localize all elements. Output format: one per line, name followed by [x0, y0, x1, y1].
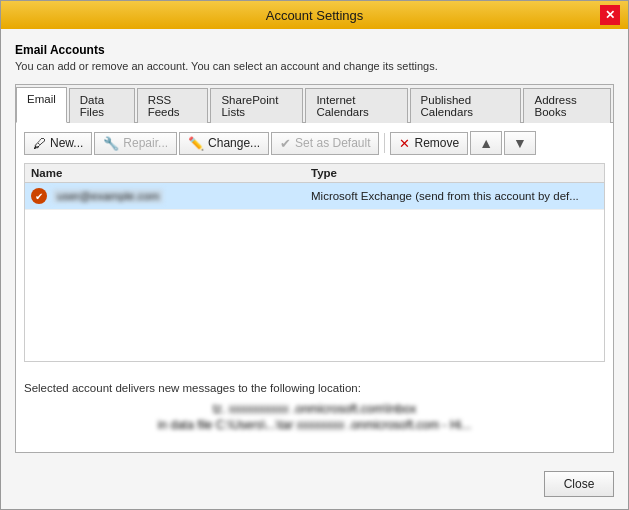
move-up-button[interactable]: ▲ [470, 131, 502, 155]
toolbar-separator [384, 133, 385, 153]
dialog-buttons-row: Close [1, 463, 628, 509]
account-settings-window: Account Settings ✕ Email Accounts You ca… [0, 0, 629, 510]
new-button[interactable]: 🖊 New... [24, 132, 92, 155]
change-button[interactable]: ✏️ Change... [179, 132, 269, 155]
info-description: You can add or remove an account. You ca… [15, 60, 614, 72]
tab-email[interactable]: Email [16, 87, 67, 123]
remove-label: Remove [414, 136, 459, 150]
table-header: Name Type [25, 164, 604, 183]
new-label: New... [50, 136, 83, 150]
set-default-button[interactable]: ✔ Set as Default [271, 132, 379, 155]
move-down-button[interactable]: ▼ [504, 131, 536, 155]
footer-location-prefix2: in data file C:\Users\...\tar [158, 418, 293, 432]
repair-icon: 🔧 [103, 136, 119, 151]
table-row[interactable]: ✔ user@example.com Microsoft Exchange (s… [25, 183, 604, 210]
repair-label: Repair... [123, 136, 168, 150]
footer-location-line1: tz. xxxxxxxxxx .onmicrosoft.com\Inbox [24, 402, 605, 416]
footer-location-line2: in data file C:\Users\...\tar xxxxxxxx .… [24, 418, 605, 432]
arrow-down-icon: ▼ [513, 135, 527, 151]
footer-location: tz. xxxxxxxxxx .onmicrosoft.com\Inbox in… [24, 402, 605, 432]
repair-button[interactable]: 🔧 Repair... [94, 132, 177, 155]
new-icon: 🖊 [33, 136, 46, 151]
tab-address-books[interactable]: Address Books [523, 88, 611, 123]
col-header-type: Type [311, 167, 598, 179]
footer-location-blurred2: xxxxxxxx [297, 418, 345, 432]
footer-selected-text: Selected account delivers new messages t… [24, 382, 605, 394]
info-title: Email Accounts [15, 43, 614, 57]
account-name-cell: ✔ user@example.com [31, 188, 311, 204]
tab-published-calendars[interactable]: Published Calendars [410, 88, 522, 123]
set-default-label: Set as Default [295, 136, 370, 150]
tab-sharepoint-lists[interactable]: SharePoint Lists [210, 88, 303, 123]
col-header-name: Name [31, 167, 311, 179]
tab-data-files[interactable]: Data Files [69, 88, 135, 123]
remove-button[interactable]: ✕ Remove [390, 132, 468, 155]
change-icon: ✏️ [188, 136, 204, 151]
tab-bar: Email Data Files RSS Feeds SharePoint Li… [16, 85, 613, 123]
footer-location-suffix1: .onmicrosoft.com\Inbox [292, 402, 416, 416]
footer-section: Selected account delivers new messages t… [24, 372, 605, 444]
info-section: Email Accounts You can add or remove an … [15, 43, 614, 72]
window-title: Account Settings [29, 8, 600, 23]
title-bar: Account Settings ✕ [1, 1, 628, 29]
account-type: Microsoft Exchange (send from this accou… [311, 190, 598, 202]
tab-rss-feeds[interactable]: RSS Feeds [137, 88, 209, 123]
accounts-table: Name Type ✔ user@example.com Microsoft E… [24, 163, 605, 362]
tab-content-email: 🖊 New... 🔧 Repair... ✏️ Change... ✔ Set … [16, 123, 613, 452]
tab-internet-calendars[interactable]: Internet Calendars [305, 88, 407, 123]
tabs-container: Email Data Files RSS Feeds SharePoint Li… [15, 84, 614, 453]
footer-location-suffix2: .onmicrosoft.com - Hi... [348, 418, 471, 432]
footer-location-blurred1: xxxxxxxxxx [229, 402, 289, 416]
window-close-button[interactable]: ✕ [600, 5, 620, 25]
close-button[interactable]: Close [544, 471, 614, 497]
arrow-up-icon: ▲ [479, 135, 493, 151]
account-status-icon: ✔ [31, 188, 47, 204]
account-name: user@example.com [53, 189, 163, 203]
main-content: Email Accounts You can add or remove an … [1, 29, 628, 463]
toolbar: 🖊 New... 🔧 Repair... ✏️ Change... ✔ Set … [24, 131, 605, 155]
footer-location-prefix1: tz. [213, 402, 226, 416]
check-icon: ✔ [280, 136, 291, 151]
remove-icon: ✕ [399, 136, 410, 151]
change-label: Change... [208, 136, 260, 150]
